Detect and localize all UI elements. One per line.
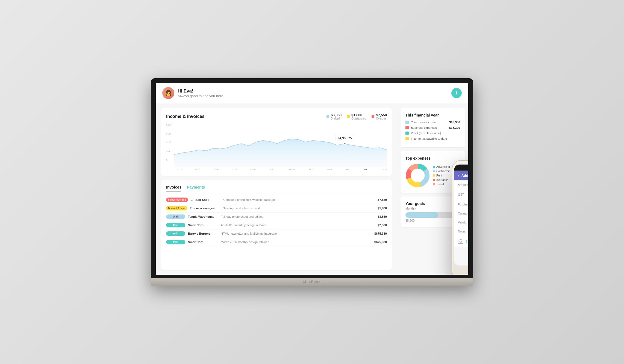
travel-label: Travel (436, 183, 444, 186)
snap-receipt-left: Snap a receipt (458, 239, 468, 244)
advertising-label: Advertising (436, 165, 450, 168)
invoice-amount: $7,550 (378, 198, 387, 201)
outstanding-text: $1,800 Outstanding (351, 113, 366, 120)
table-row: 8 days overdue El Taco Shop Complete bra… (166, 196, 387, 204)
contractors-dot (433, 170, 435, 172)
legend-overdue: $7,550 Overdue (372, 113, 387, 120)
invoice-desc: HTML newsletter and Mailchimp integratio… (221, 232, 372, 235)
greeting-subtitle: Always good to see you here. (178, 94, 224, 98)
insurance-dot (433, 179, 435, 181)
gst-row[interactable]: GST $305.72 › (454, 189, 468, 200)
snap-receipt-row[interactable]: Snap a receipt › (454, 236, 468, 247)
chart-svg: $4,955.75 (166, 123, 387, 167)
invoice-amount: $675,330 (374, 232, 387, 235)
tabs: Invoices Payments (166, 185, 387, 192)
phone-device: ‹ Add new expense Amount $3,363.00 › (452, 160, 468, 275)
table-row: Paid Barry's Burgers HTML newsletter and… (166, 229, 387, 238)
legend-outstanding: $1,800 Outstanding (347, 113, 366, 120)
legend-travel: Travel (433, 183, 451, 186)
fy-row: Business expenses $18,329 (405, 126, 460, 129)
legend-insurance: Insurance (433, 178, 451, 181)
invoice-amount: $1,800 (378, 207, 387, 210)
invoice-desc: April 2016 monthly design retainer (221, 223, 375, 227)
client-name: Tennis Warehouse (188, 215, 218, 218)
header-greeting: Hi Eva! Always good to see you here. (178, 88, 224, 98)
tab-payments[interactable]: Payments (187, 185, 205, 192)
overdue-amount: $7,550 (376, 113, 387, 117)
chart-area: $20k $15k $10k $5k 0 (166, 123, 387, 167)
table-row: Paid SmartCorp April 2016 monthly design… (166, 221, 387, 229)
category-row[interactable]: Category Camera gear › (454, 209, 468, 218)
overdue-label: Overdue (376, 117, 387, 120)
fy-row: Your gross income $65,386 (405, 121, 460, 124)
macbook-device: 👩 Hi Eva! Always good to see you here. + (151, 78, 473, 286)
fy-label: Profit (taxable income) (411, 132, 458, 135)
invoice-desc: Full day photo shoot and editing (221, 215, 375, 218)
camera-icon (458, 239, 463, 244)
legend-rent: Rent (433, 174, 451, 177)
app-main: Income & invoices $3,850 Drafted (156, 103, 468, 275)
macbook-base: MacBook (151, 278, 473, 286)
greeting-text: Hi Eva! (178, 88, 224, 94)
back-icon[interactable]: ‹ (458, 173, 459, 178)
status-badge: 8 days overdue (166, 198, 188, 202)
financial-year-card: This financial year Your gross income $6… (401, 108, 465, 147)
fy-value: $18,329 (449, 126, 460, 129)
table-row: Draft Tennis Warehouse Full day photo sh… (166, 213, 387, 221)
travel-dot (433, 183, 435, 185)
invoice-amount: $2,500 (378, 223, 387, 227)
snap-receipt-label: Snap a receipt (466, 240, 468, 243)
macbook-brand-label: MacBook (303, 280, 321, 284)
status-badge: Draft (166, 214, 185, 219)
app-header: 👩 Hi Eva! Always good to see you here. + (156, 83, 468, 103)
fy-dot (405, 121, 409, 124)
client-name: SmartCorp (188, 223, 218, 227)
drafted-dot (326, 115, 329, 118)
status-badge: Paid (166, 231, 185, 236)
gst-label: GST (458, 193, 464, 196)
rent-dot (433, 174, 435, 177)
legend-contractors: Contractors (433, 170, 451, 173)
phone-notch (454, 165, 468, 171)
client-name: The new savages (190, 207, 220, 210)
svg-point-10 (460, 241, 462, 243)
phone-screen: ‹ Add new expense Amount $3,363.00 › (454, 165, 468, 265)
tab-invoices[interactable]: Invoices (166, 185, 181, 192)
avatar: 👩 (162, 87, 174, 99)
fy-title: This financial year (405, 113, 460, 117)
client-name: El Taco Shop (191, 198, 221, 201)
status-badge: Paid (166, 240, 185, 244)
rent-label: Rent (436, 174, 442, 177)
purchase-date-row[interactable]: Purchase date 5 Jun, 2016 › (454, 200, 468, 209)
invoice-table: 8 days overdue El Taco Shop Complete bra… (166, 196, 387, 246)
phone-screen-title: Add new expense (461, 174, 468, 178)
donut-legend: Advertising Contractors Rent (433, 165, 451, 186)
vendor-label: Vendor (458, 221, 467, 224)
x-axis-labels: JUL 15 AUG SEP OCT NOV DEC JAN 16 FEB MA… (166, 168, 387, 171)
user-section: 👩 Hi Eva! Always good to see you here. (162, 87, 224, 99)
phone-content: Amount $3,363.00 › GST (454, 180, 468, 265)
notes-row[interactable]: Notes Nikon D810 › (454, 227, 468, 236)
fy-label: Business expenses (411, 126, 447, 129)
fy-dot (405, 137, 409, 140)
svg-text:$4,955.75: $4,955.75 (338, 137, 352, 140)
amount-row[interactable]: Amount $3,363.00 › (454, 180, 468, 189)
invoice-desc: New logo and album artwork (223, 207, 375, 210)
invoice-amount: $3,850 (378, 215, 387, 218)
fy-dot (405, 126, 409, 129)
add-button[interactable]: + (451, 88, 462, 98)
notes-label: Notes (458, 230, 466, 233)
drafted-label: Drafted (331, 117, 342, 120)
fy-label: Income tax payable to date (411, 137, 458, 140)
y-axis-labels: $20k $15k $10k $5k 0 (166, 123, 174, 162)
amount-label: Amount (458, 183, 468, 186)
outstanding-amount: $1,800 (351, 113, 366, 117)
overdue-text: $7,550 Overdue (376, 113, 387, 120)
client-name: SmartCorp (188, 240, 218, 244)
legend-drafted: $3,850 Drafted (326, 113, 342, 120)
drafted-amount: $3,850 (331, 113, 342, 117)
invoice-desc: Complete branding & website package (223, 198, 375, 201)
vendor-row[interactable]: Vendor Ted's Camera › (454, 218, 468, 227)
fy-row: Profit (taxable income) (405, 132, 460, 135)
status-badge: Paid (166, 223, 185, 227)
